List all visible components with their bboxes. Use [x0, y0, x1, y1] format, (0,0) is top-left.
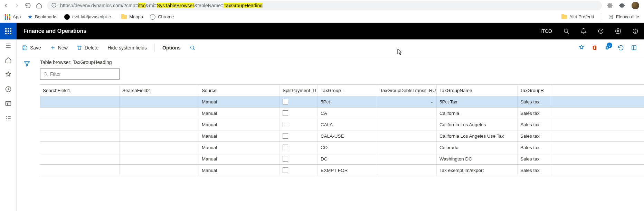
checkbox[interactable]	[283, 122, 288, 127]
cell-source[interactable]: Manual	[199, 153, 280, 164]
bookmarks-button[interactable]: ★Bookmarks	[28, 13, 57, 20]
attachments-button[interactable]: 0	[605, 44, 611, 51]
bookmark-altri[interactable]: Altri Preferiti	[561, 14, 594, 19]
new-button[interactable]: New	[49, 45, 69, 51]
cell-splitpayment[interactable]	[280, 153, 318, 164]
home-button[interactable]	[36, 2, 42, 9]
cell-taxgroupname[interactable]: Washington DC	[437, 153, 518, 164]
profile-avatar[interactable]	[632, 2, 639, 9]
cell-taxgroupname[interactable]: Colorado	[437, 142, 518, 153]
address-bar[interactable]: https://devenv.dynamics.com/?cmp=itco&mi…	[47, 1, 602, 10]
bookmark-repo[interactable]: cvd-lab/javascript-c...	[64, 14, 114, 20]
table-row[interactable]: ManualEXMPT FORTax exempt im/exportSales…	[40, 165, 644, 176]
table-row[interactable]: Manual5Pct⌄5Pct TaxSales tax	[40, 96, 644, 108]
cell-searchfield2[interactable]	[120, 119, 199, 130]
chevron-down-icon[interactable]: ⌄	[430, 99, 434, 104]
cell-splitpayment[interactable]	[280, 130, 318, 141]
office-icon[interactable]	[591, 45, 598, 51]
search-action-button[interactable]	[188, 45, 197, 51]
apps-button[interactable]: App	[5, 14, 21, 20]
table-row[interactable]: ManualCACaliforniaSales tax	[40, 108, 644, 119]
cell-searchfield2[interactable]	[120, 96, 199, 107]
checkbox[interactable]	[283, 133, 288, 139]
cell-source[interactable]: Manual	[199, 96, 280, 107]
settings-button[interactable]	[609, 23, 627, 39]
bookmark-mappa[interactable]: Mappa	[121, 14, 143, 19]
table-row[interactable]: ManualCALACalifornia Los AngelesSales ta…	[40, 119, 644, 130]
cell-searchfield1[interactable]	[40, 165, 120, 176]
checkbox[interactable]	[283, 110, 288, 116]
cell-searchfield1[interactable]	[40, 108, 120, 119]
cell-splitpayment[interactable]	[280, 165, 318, 176]
cell-splitpayment[interactable]	[280, 119, 318, 130]
checkbox[interactable]	[283, 145, 288, 150]
cell-source[interactable]: Manual	[199, 108, 280, 119]
feedback-button[interactable]	[592, 23, 609, 39]
cell-searchfield2[interactable]	[120, 108, 199, 119]
personalize-icon[interactable]	[578, 45, 585, 51]
cell-debts[interactable]	[377, 119, 437, 130]
column-header-source[interactable]: Source	[199, 85, 280, 96]
cell-taxgroup[interactable]: CALA-USE	[318, 130, 377, 141]
recent-nav-button[interactable]	[5, 86, 12, 93]
site-info-icon[interactable]	[51, 2, 57, 9]
checkbox[interactable]	[283, 167, 288, 173]
filter-pane-button[interactable]	[23, 60, 30, 67]
cell-searchfield1[interactable]	[40, 153, 120, 164]
cell-rounding[interactable]: Sales tax	[518, 153, 552, 164]
cell-rounding[interactable]: Sales tax	[518, 142, 552, 153]
cell-source[interactable]: Manual	[199, 165, 280, 176]
cell-taxgroup[interactable]: CO	[318, 142, 377, 153]
cell-taxgroup[interactable]: CALA	[318, 119, 377, 130]
cell-splitpayment[interactable]	[280, 108, 318, 119]
filter-input-wrapper[interactable]	[40, 68, 120, 80]
cell-taxgroup[interactable]: EXMPT FOR	[318, 165, 377, 176]
column-header-taxgroup[interactable]: TaxGroup↑	[318, 85, 377, 96]
cell-taxgroupname[interactable]: California Los Angeles	[437, 119, 518, 130]
table-row[interactable]: ManualDCWashington DCSales tax	[40, 153, 644, 165]
cell-taxgroup[interactable]: 5Pct	[318, 96, 377, 107]
checkbox[interactable]	[283, 156, 288, 162]
popout-button[interactable]	[631, 45, 637, 51]
cell-debts[interactable]	[377, 130, 437, 141]
cell-debts[interactable]	[377, 153, 437, 164]
notifications-button[interactable]	[575, 23, 592, 39]
cell-debts[interactable]: ⌄	[377, 96, 437, 107]
cell-taxgroupname[interactable]: California Los Angeles Use Tax	[437, 130, 518, 141]
cell-source[interactable]: Manual	[199, 130, 280, 141]
options-button[interactable]: Options	[161, 45, 182, 51]
extensions-icon[interactable]	[619, 2, 625, 9]
filter-input[interactable]	[50, 71, 116, 77]
home-nav-button[interactable]	[5, 57, 12, 64]
refresh-button[interactable]	[618, 45, 624, 51]
cell-searchfield2[interactable]	[120, 153, 199, 164]
cell-source[interactable]: Manual	[199, 142, 280, 153]
cell-rounding[interactable]: Sales tax	[518, 108, 552, 119]
cell-searchfield1[interactable]	[40, 142, 120, 153]
cell-debts[interactable]	[377, 142, 437, 153]
cell-taxgroupname[interactable]: California	[437, 108, 518, 119]
workspaces-nav-button[interactable]	[5, 100, 12, 107]
cell-debts[interactable]	[377, 165, 437, 176]
cell-taxgroupname[interactable]: Tax exempt im/export	[437, 165, 518, 176]
column-header-taxgrouprounding[interactable]: TaxGroupR	[518, 85, 552, 96]
column-header-searchfield2[interactable]: SearchField2	[120, 85, 199, 96]
cell-searchfield2[interactable]	[120, 165, 199, 176]
cell-taxgroup[interactable]: CA	[318, 108, 377, 119]
save-button[interactable]: Save	[21, 45, 42, 51]
table-row[interactable]: ManualCOColoradoSales tax	[40, 142, 644, 153]
cell-rounding[interactable]: Sales tax	[518, 96, 552, 107]
cell-debts[interactable]	[377, 108, 437, 119]
settings-icon[interactable]	[607, 2, 613, 9]
favorites-nav-button[interactable]	[5, 71, 12, 78]
column-header-searchfield1[interactable]: SearchField1	[40, 85, 120, 96]
search-button[interactable]	[558, 23, 575, 39]
cell-searchfield1[interactable]	[40, 96, 120, 107]
checkbox[interactable]	[283, 99, 288, 104]
column-header-taxgroupname[interactable]: TaxGroupName	[437, 85, 518, 96]
cell-taxgroupname[interactable]: 5Pct Tax	[437, 96, 518, 107]
cell-searchfield2[interactable]	[120, 130, 199, 141]
forward-button[interactable]	[14, 2, 20, 9]
column-header-splitpayment[interactable]: SplitPayment_IT	[280, 85, 318, 96]
cell-rounding[interactable]: Sales tax	[518, 130, 552, 141]
